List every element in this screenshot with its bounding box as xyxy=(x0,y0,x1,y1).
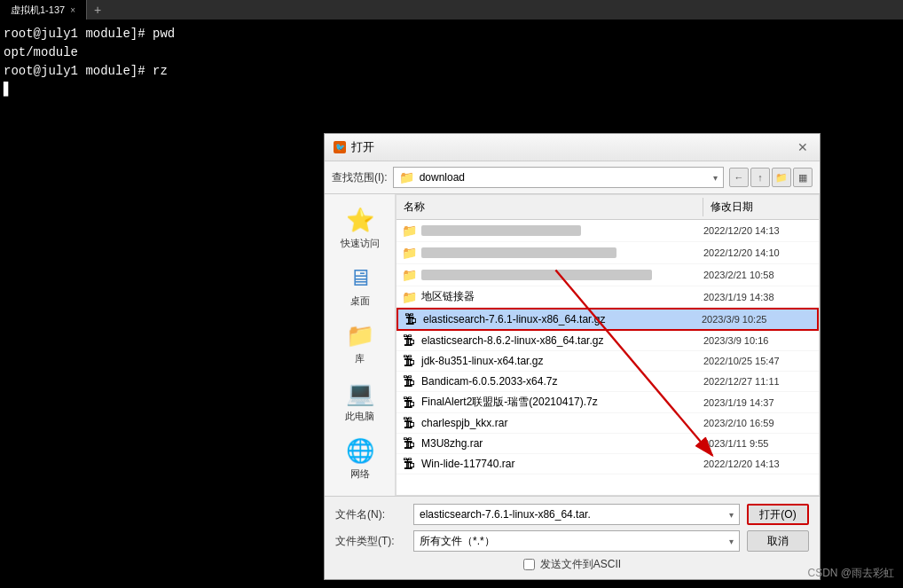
file-row-finalalert[interactable]: 🗜 FinalAlert2联盟版-瑞雪(20210417).7z 2023/1/… xyxy=(397,392,819,413)
filetype-row: 文件类型(T): 所有文件（*.*） ▾ 取消 xyxy=(335,530,809,552)
cancel-button[interactable]: 取消 xyxy=(747,530,809,552)
file-name-charlespjb: charlespjb_kkx.rar xyxy=(421,417,703,429)
tab-close-btn[interactable]: × xyxy=(70,5,75,15)
file-name-bandicam: Bandicam-6.0.5.2033-x64.7z xyxy=(421,375,703,388)
dialog-bottom: 文件名(N): elasticsearch-7.6.1-linux-x86_64… xyxy=(325,496,820,579)
quickaccess-icon: ⭐ xyxy=(346,207,374,234)
archive-icon-bandicam: 🗜 xyxy=(397,374,421,388)
dialog-body: ⭐ 快速访问 🖥 桌面 📁 库 💻 此电脑 🌐 网络 xyxy=(325,194,820,496)
network-label: 网络 xyxy=(350,467,370,481)
sidebar-item-thispc[interactable]: 💻 此电脑 xyxy=(328,374,392,428)
col-name-header: 名称 xyxy=(397,198,703,216)
csdn-watermark: CSDN @雨去彩虹 xyxy=(807,566,894,581)
file-date-finalalert: 2023/1/19 14:37 xyxy=(703,397,819,408)
ascii-checkbox[interactable] xyxy=(523,559,535,570)
filetype-combo[interactable]: 所有文件（*.*） ▾ xyxy=(413,530,740,552)
file-name-blurred-3 xyxy=(421,268,703,282)
dialog-app-icon: 🐦 xyxy=(334,141,346,153)
desktop-icon: 🖥 xyxy=(349,264,372,292)
sidebar-item-library[interactable]: 📁 库 xyxy=(328,317,392,371)
file-name-winlide: Win-lide-117740.rar xyxy=(421,458,703,470)
file-list: 名称 修改日期 📁 2022/12/20 14:13 📁 2022/12/20 … xyxy=(396,194,820,496)
file-row-bandicam[interactable]: 🗜 Bandicam-6.0.5.2033-x64.7z 2022/12/27 … xyxy=(397,372,819,392)
file-open-dialog: 🐦 打开 ✕ 查找范围(I): 📁 download ▾ ← ↑ 📁 ▦ ⭐ 快… xyxy=(324,133,821,580)
file-row-m3u8[interactable]: 🗜 M3U8zhg.rar 2023/1/11 9:55 xyxy=(397,434,819,454)
archive-icon-charlespjb: 🗜 xyxy=(397,416,421,430)
toolbar-nav-buttons: ← ↑ 📁 ▦ xyxy=(729,168,813,187)
filename-value: elasticsearch-7.6.1-linux-x86_64.tar. xyxy=(420,508,729,521)
file-date-bandicam: 2022/12/27 11:11 xyxy=(703,376,819,387)
file-name-finalalert: FinalAlert2联盟版-瑞雪(20210417).7z xyxy=(421,395,703,410)
filename-row: 文件名(N): elasticsearch-7.6.1-linux-x86_64… xyxy=(335,504,809,525)
file-date-winlide: 2022/12/20 14:13 xyxy=(703,459,819,469)
up-button[interactable]: ↑ xyxy=(750,168,770,187)
folder-icon-diqulj: 📁 xyxy=(397,290,421,304)
file-name-diqulj: 地区链接器 xyxy=(421,289,703,304)
ascii-label: 发送文件到ASCII xyxy=(540,557,621,572)
library-label: 库 xyxy=(355,352,365,365)
dialog-close-button[interactable]: ✕ xyxy=(795,139,811,155)
filename-label: 文件名(N): xyxy=(335,507,406,522)
view-button[interactable]: ▦ xyxy=(793,168,813,187)
file-name-es862: elasticsearch-8.6.2-linux-x86_64.tar.gz xyxy=(421,334,703,347)
file-row-diqulj[interactable]: 📁 地区链接器 2023/1/19 14:38 xyxy=(397,286,819,308)
file-date-diqulj: 2023/1/19 14:38 xyxy=(703,292,819,302)
file-row-blurred-1[interactable]: 📁 2022/12/20 14:13 xyxy=(397,220,819,242)
file-date-es862: 2023/3/9 10:16 xyxy=(703,335,819,346)
file-row-winlide[interactable]: 🗜 Win-lide-117740.rar 2022/12/20 14:13 xyxy=(397,454,819,474)
tab-add-btn[interactable]: + xyxy=(87,1,108,19)
dialog-title-left: 🐦 打开 xyxy=(334,139,374,155)
dialog-sidebar: ⭐ 快速访问 🖥 桌面 📁 库 💻 此电脑 🌐 网络 xyxy=(325,194,396,496)
tab-label: 虚拟机1-137 xyxy=(11,4,65,17)
folder-icon-2: 📁 xyxy=(397,246,421,260)
open-button[interactable]: 打开(O) xyxy=(747,504,809,525)
file-name-es761: elasticsearch-7.6.1-linux-x86_64.tar.gz xyxy=(423,313,702,325)
file-date-es761: 2023/3/9 10:25 xyxy=(702,314,817,325)
location-combo[interactable]: 📁 download ▾ xyxy=(393,167,724,188)
file-date-jdk: 2022/10/25 15:47 xyxy=(703,356,819,366)
dialog-titlebar: 🐦 打开 ✕ xyxy=(325,134,820,161)
thispc-label: 此电脑 xyxy=(345,410,374,423)
new-folder-button[interactable]: 📁 xyxy=(772,168,791,187)
file-row-blurred-2[interactable]: 📁 2022/12/20 14:10 xyxy=(397,242,819,264)
desktop-label: 桌面 xyxy=(350,294,370,308)
file-date-3: 2023/2/21 10:58 xyxy=(703,270,819,280)
sidebar-item-desktop[interactable]: 🖥 桌面 xyxy=(328,259,392,313)
file-row-es862[interactable]: 🗜 elasticsearch-8.6.2-linux-x86_64.tar.g… xyxy=(397,331,819,351)
terminal-line-3: root@july1 module]# rz xyxy=(4,62,899,81)
quickaccess-label: 快速访问 xyxy=(341,237,380,250)
file-date-1: 2022/12/20 14:13 xyxy=(703,225,819,236)
archive-icon-jdk: 🗜 xyxy=(397,354,421,368)
archive-icon-es862: 🗜 xyxy=(397,333,421,348)
checkbox-row: 发送文件到ASCII xyxy=(335,557,809,572)
folder-icon-3: 📁 xyxy=(397,268,421,282)
file-name-blurred-1 xyxy=(421,223,703,238)
filetype-label: 文件类型(T): xyxy=(335,534,406,549)
filename-input[interactable]: elasticsearch-7.6.1-linux-x86_64.tar. ▾ xyxy=(413,504,740,525)
col-date-header: 修改日期 xyxy=(703,198,819,216)
file-row-es761[interactable]: 🗜 elasticsearch-7.6.1-linux-x86_64.tar.g… xyxy=(397,308,819,331)
file-row-blurred-3[interactable]: 📁 2023/2/21 10:58 xyxy=(397,264,819,286)
file-date-2: 2022/12/20 14:10 xyxy=(703,247,819,258)
sidebar-item-quickaccess[interactable]: ⭐ 快速访问 xyxy=(328,201,392,255)
back-button[interactable]: ← xyxy=(729,168,749,187)
filename-dropdown-arrow: ▾ xyxy=(729,510,734,520)
file-name-jdk: jdk-8u351-linux-x64.tar.gz xyxy=(421,355,703,367)
folder-icon-1: 📁 xyxy=(397,223,421,238)
file-row-charlespjb[interactable]: 🗜 charlespjb_kkx.rar 2023/2/10 16:59 xyxy=(397,413,819,434)
location-label: 查找范围(I): xyxy=(332,170,388,185)
archive-icon-es761: 🗜 xyxy=(398,312,423,326)
file-row-jdk[interactable]: 🗜 jdk-8u351-linux-x64.tar.gz 2022/10/25 … xyxy=(397,351,819,372)
tab-vm1-137[interactable]: 虚拟机1-137 × xyxy=(0,0,87,20)
file-date-m3u8: 2023/1/11 9:55 xyxy=(703,438,819,449)
filelist-header: 名称 修改日期 xyxy=(397,195,819,220)
location-dropdown-arrow: ▾ xyxy=(713,173,718,183)
library-icon: 📁 xyxy=(346,322,374,349)
thispc-icon: 💻 xyxy=(346,380,374,407)
terminal-line-1: root@july1 module]# pwd xyxy=(4,25,899,43)
terminal-line-2: opt/module xyxy=(4,43,899,62)
sidebar-item-network[interactable]: 🌐 网络 xyxy=(328,432,392,486)
file-name-blurred-2 xyxy=(421,246,703,260)
archive-icon-finalalert: 🗜 xyxy=(397,396,421,410)
dialog-title: 打开 xyxy=(351,139,374,155)
